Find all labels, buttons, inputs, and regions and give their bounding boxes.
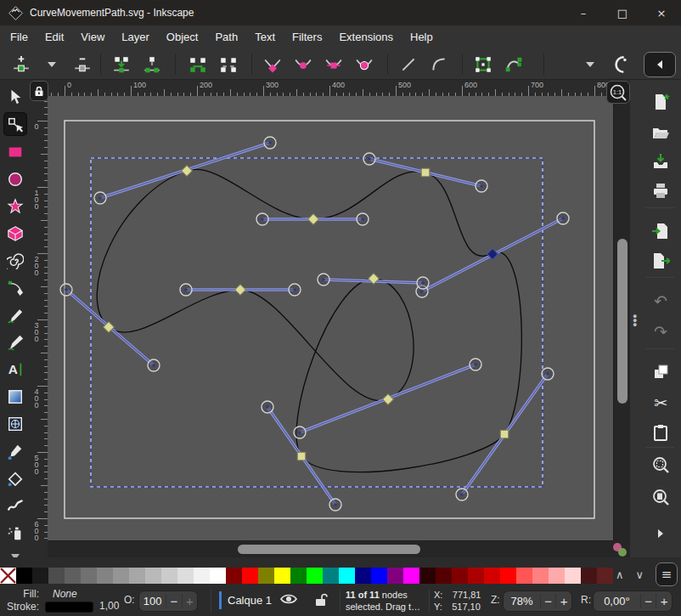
node-corner-button[interactable] — [262, 54, 284, 76]
tool-node-editor[interactable] — [4, 113, 26, 135]
palette-swatch[interactable] — [210, 568, 226, 584]
open-document-icon[interactable] — [650, 122, 671, 143]
path-node[interactable] — [308, 214, 319, 225]
toolbar-dropdown[interactable] — [579, 54, 601, 76]
palette-swatch[interactable] — [532, 568, 549, 584]
insert-node-dropdown[interactable] — [41, 54, 63, 76]
zoom-1-1-button[interactable]: 1:1 — [606, 81, 630, 104]
palette-swatch[interactable] — [113, 568, 129, 584]
tool-tweak[interactable] — [4, 494, 26, 517]
palette-swatch[interactable] — [452, 568, 468, 584]
lock-guides-icon[interactable] — [30, 81, 48, 101]
opacity-decrease-button[interactable]: − — [166, 594, 181, 608]
minimize-button[interactable]: – — [564, 0, 603, 25]
tool-mesh-gradient[interactable] — [4, 413, 26, 435]
cut-icon[interactable]: ✂ — [650, 393, 671, 413]
join-with-segment-button[interactable] — [187, 54, 209, 76]
break-nodes-button[interactable] — [141, 54, 163, 76]
path-node[interactable] — [421, 168, 430, 177]
rotation-increase-button[interactable]: + — [656, 594, 672, 608]
palette-swatch[interactable] — [355, 568, 371, 584]
tool-gradient[interactable] — [4, 386, 26, 408]
path-node[interactable] — [235, 285, 246, 296]
palette-swatch[interactable] — [290, 568, 307, 584]
layer-lock-icon[interactable] — [314, 592, 328, 607]
menu-filters[interactable]: Filters — [284, 27, 330, 47]
paste-icon[interactable] — [650, 422, 671, 443]
palette-menu-icon[interactable]: ≡ — [656, 562, 678, 586]
tool-calligraphy[interactable] — [4, 331, 26, 353]
maximize-button[interactable]: □ — [603, 0, 642, 25]
palette-swatch[interactable] — [419, 568, 436, 584]
palette-swatch[interactable] — [226, 568, 242, 584]
palette-swatch[interactable] — [339, 568, 355, 584]
node-smooth-button[interactable] — [292, 54, 314, 76]
palette-swatch[interactable] — [307, 568, 323, 584]
palette-swatch[interactable] — [242, 568, 258, 584]
menu-file[interactable]: File — [2, 27, 37, 47]
fill-value[interactable]: None — [53, 588, 77, 600]
redo-icon[interactable]: ↷ — [650, 321, 671, 342]
tool-pencil[interactable] — [4, 304, 26, 326]
palette-swatch[interactable] — [129, 568, 145, 584]
join-nodes-button[interactable] — [110, 54, 132, 76]
layer-visibility-icon[interactable] — [280, 592, 297, 606]
print-icon[interactable] — [650, 181, 671, 201]
object-to-path-button[interactable] — [472, 54, 494, 76]
horizontal-ruler[interactable]: 0100200300400500600700800 — [48, 80, 613, 96]
close-button[interactable]: × — [642, 0, 681, 25]
horizontal-scrollbar[interactable] — [48, 540, 613, 557]
snap-options-button[interactable] — [610, 54, 632, 76]
tool-box-3d[interactable] — [4, 223, 26, 245]
zoom-selection-icon[interactable] — [650, 455, 671, 475]
menu-edit[interactable]: Edit — [37, 27, 72, 47]
insert-node-button[interactable] — [10, 54, 32, 76]
export-icon[interactable] — [650, 251, 671, 271]
palette-swatch[interactable] — [597, 568, 613, 584]
palette-swatch[interactable] — [484, 568, 500, 584]
palette-swatch[interactable] — [436, 568, 452, 584]
undo-icon[interactable]: ↶ — [650, 291, 671, 311]
tool-paint-bucket[interactable] — [4, 467, 26, 489]
menu-help[interactable]: Help — [402, 27, 442, 47]
palette-swatch[interactable] — [500, 568, 516, 584]
menu-layer[interactable]: Layer — [113, 27, 158, 47]
zoom-increase-button[interactable]: + — [555, 594, 571, 608]
new-document-icon[interactable] — [650, 92, 671, 112]
palette-swatch[interactable] — [323, 568, 339, 584]
palette-swatch[interactable] — [177, 568, 194, 584]
palette-swatch[interactable] — [16, 568, 32, 584]
node-symmetric-button[interactable] — [323, 54, 345, 76]
path-node[interactable] — [500, 430, 509, 438]
opacity-value[interactable]: 100 — [139, 595, 166, 608]
palette-scroll-up-icon[interactable]: ∧ — [616, 568, 624, 581]
tool-text[interactable]: A — [4, 359, 26, 381]
rotation-spinbox[interactable]: 0,00° − + — [593, 591, 673, 612]
tool-ellipse[interactable] — [4, 168, 26, 190]
palette-swatch[interactable] — [549, 568, 565, 584]
palette-swatch-none[interactable] — [0, 568, 16, 584]
palette-swatch[interactable] — [258, 568, 274, 584]
vertical-ruler[interactable]: 0100200300400500600 — [31, 96, 48, 540]
palette-swatch[interactable] — [81, 568, 97, 584]
menu-text[interactable]: Text — [246, 27, 284, 47]
delete-segment-button[interactable] — [217, 54, 239, 76]
dock-resize-grip[interactable]: ●●● — [630, 80, 639, 557]
palette-swatch[interactable] — [274, 568, 290, 584]
palette-swatch[interactable] — [371, 568, 387, 584]
import-icon[interactable] — [650, 221, 671, 241]
palette-swatch[interactable] — [387, 568, 403, 584]
rotation-value[interactable]: 0,00° — [594, 595, 640, 608]
zoom-value[interactable]: 78% — [504, 595, 540, 608]
tool-rectangle[interactable] — [4, 141, 26, 163]
node-auto-smooth-button[interactable] — [353, 54, 375, 76]
collapse-panel-button[interactable] — [644, 52, 676, 77]
palette-swatch[interactable] — [581, 568, 597, 584]
vertical-scrollbar[interactable] — [613, 96, 630, 540]
palette-swatch[interactable] — [468, 568, 484, 584]
rotation-decrease-button[interactable]: − — [640, 594, 656, 608]
palette-swatch[interactable] — [194, 568, 210, 584]
tool-star[interactable] — [4, 195, 26, 218]
segment-line-button[interactable] — [397, 54, 419, 76]
layer-name[interactable]: Calque 1 — [228, 594, 272, 607]
